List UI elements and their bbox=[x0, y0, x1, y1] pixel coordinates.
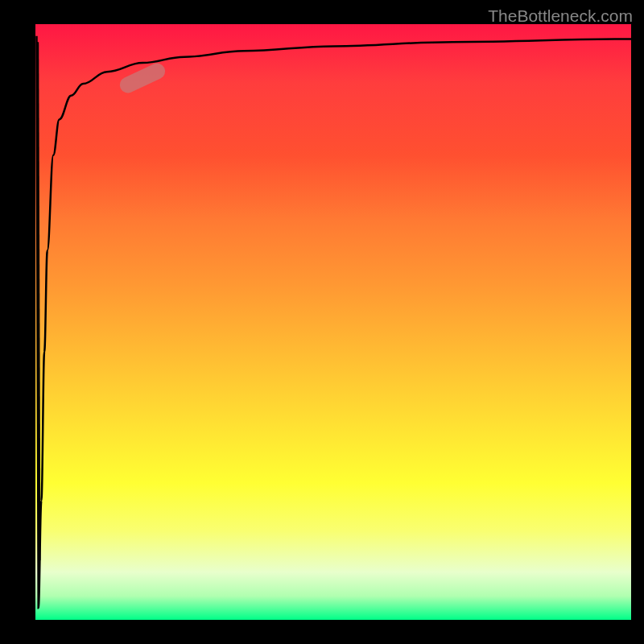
chart-curve bbox=[35, 24, 631, 620]
watermark-text: TheBottleneck.com bbox=[488, 6, 633, 26]
